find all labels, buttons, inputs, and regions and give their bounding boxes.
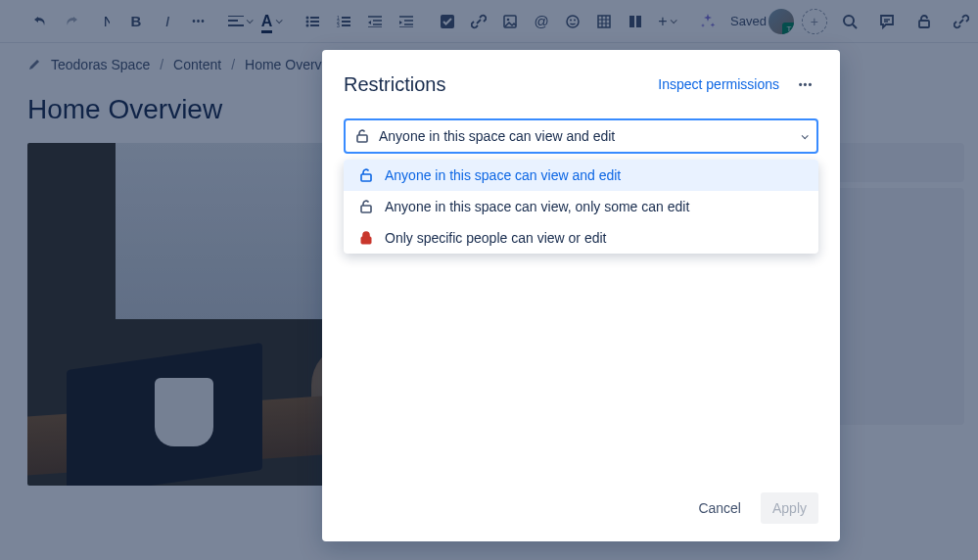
- svg-rect-17: [357, 135, 367, 142]
- chevron-down-icon: [802, 132, 809, 139]
- option-label: Only specific people can view or edit: [385, 230, 606, 246]
- lock-icon: [359, 231, 373, 245]
- svg-rect-18: [361, 174, 371, 181]
- apply-button[interactable]: Apply: [761, 492, 818, 524]
- option-label: Anyone in this space can view and edit: [385, 167, 621, 183]
- restriction-option[interactable]: Only specific people can view or edit: [344, 222, 818, 254]
- unlock-icon: [359, 168, 373, 182]
- cancel-button[interactable]: Cancel: [686, 492, 753, 524]
- unlock-icon: [355, 129, 369, 143]
- modal-more-button[interactable]: •••: [793, 71, 818, 97]
- select-value: Anyone in this space can view and edit: [379, 128, 792, 144]
- svg-rect-20: [361, 237, 371, 244]
- unlock-icon: [359, 200, 373, 213]
- restriction-option[interactable]: Anyone in this space can view and edit: [344, 160, 818, 191]
- modal-title: Restrictions: [344, 73, 445, 96]
- option-label: Anyone in this space can view, only some…: [385, 199, 689, 214]
- restrictions-modal: Restrictions Inspect permissions ••• Any…: [322, 50, 840, 541]
- restrictions-select[interactable]: Anyone in this space can view and edit: [344, 118, 818, 154]
- inspect-permissions-link[interactable]: Inspect permissions: [658, 76, 779, 92]
- restrictions-dropdown: Anyone in this space can view and edit A…: [344, 160, 818, 254]
- svg-rect-19: [361, 206, 371, 212]
- restriction-option[interactable]: Anyone in this space can view, only some…: [344, 191, 818, 222]
